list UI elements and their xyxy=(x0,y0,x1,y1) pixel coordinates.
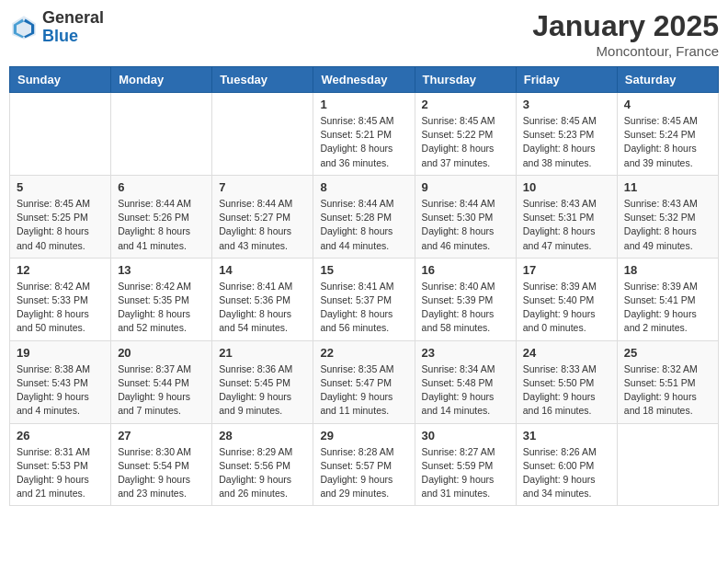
day-info: Sunrise: 8:36 AM Sunset: 5:45 PM Dayligh… xyxy=(219,362,306,419)
table-row xyxy=(111,93,212,176)
table-row: 25Sunrise: 8:32 AM Sunset: 5:51 PM Dayli… xyxy=(617,340,718,423)
day-number: 12 xyxy=(17,263,104,277)
day-info: Sunrise: 8:41 AM Sunset: 5:37 PM Dayligh… xyxy=(320,280,407,336)
day-info: Sunrise: 8:29 AM Sunset: 5:56 PM Dayligh… xyxy=(219,445,306,501)
day-info: Sunrise: 8:44 AM Sunset: 5:30 PM Dayligh… xyxy=(422,197,509,253)
calendar-week-row: 1Sunrise: 8:45 AM Sunset: 5:21 PM Daylig… xyxy=(10,93,719,176)
calendar-week-row: 5Sunrise: 8:45 AM Sunset: 5:25 PM Daylig… xyxy=(10,175,719,258)
table-row: 3Sunrise: 8:45 AM Sunset: 5:23 PM Daylig… xyxy=(516,93,617,176)
table-row: 21Sunrise: 8:36 AM Sunset: 5:45 PM Dayli… xyxy=(212,340,313,423)
day-number: 23 xyxy=(422,346,509,360)
day-info: Sunrise: 8:45 AM Sunset: 5:24 PM Dayligh… xyxy=(624,114,711,170)
header-saturday: Saturday xyxy=(617,67,718,93)
header-tuesday: Tuesday xyxy=(212,67,313,93)
table-row: 31Sunrise: 8:26 AM Sunset: 6:00 PM Dayli… xyxy=(516,423,617,506)
table-row: 4Sunrise: 8:45 AM Sunset: 5:24 PM Daylig… xyxy=(617,93,718,176)
page-header: General Blue January 2025 Moncontour, Fr… xyxy=(9,9,719,59)
day-info: Sunrise: 8:43 AM Sunset: 5:31 PM Dayligh… xyxy=(523,197,610,253)
logo: General Blue xyxy=(9,9,104,46)
table-row: 16Sunrise: 8:40 AM Sunset: 5:39 PM Dayli… xyxy=(415,258,516,340)
header-monday: Monday xyxy=(111,67,212,93)
table-row: 24Sunrise: 8:33 AM Sunset: 5:50 PM Dayli… xyxy=(516,340,617,423)
day-number: 28 xyxy=(219,429,306,442)
day-number: 25 xyxy=(624,346,711,360)
table-row: 20Sunrise: 8:37 AM Sunset: 5:44 PM Dayli… xyxy=(111,340,212,423)
day-info: Sunrise: 8:41 AM Sunset: 5:36 PM Dayligh… xyxy=(219,280,306,336)
logo-blue-text: Blue xyxy=(42,28,104,46)
table-row: 28Sunrise: 8:29 AM Sunset: 5:56 PM Dayli… xyxy=(212,423,313,506)
header-sunday: Sunday xyxy=(10,67,111,93)
month-title: January 2025 xyxy=(532,9,719,43)
day-number: 29 xyxy=(320,429,407,442)
day-number: 19 xyxy=(17,346,104,360)
calendar-table: Sunday Monday Tuesday Wednesday Thursday… xyxy=(9,66,719,506)
day-info: Sunrise: 8:45 AM Sunset: 5:23 PM Dayligh… xyxy=(523,114,610,170)
day-number: 30 xyxy=(422,429,509,442)
day-info: Sunrise: 8:38 AM Sunset: 5:43 PM Dayligh… xyxy=(17,362,104,419)
table-row: 5Sunrise: 8:45 AM Sunset: 5:25 PM Daylig… xyxy=(10,175,111,258)
day-number: 27 xyxy=(118,429,205,442)
day-number: 3 xyxy=(523,98,610,111)
day-number: 17 xyxy=(523,263,610,277)
table-row xyxy=(212,93,313,176)
table-row: 8Sunrise: 8:44 AM Sunset: 5:28 PM Daylig… xyxy=(313,175,415,258)
logo-icon xyxy=(9,13,39,42)
table-row: 18Sunrise: 8:39 AM Sunset: 5:41 PM Dayli… xyxy=(617,258,718,340)
table-row: 17Sunrise: 8:39 AM Sunset: 5:40 PM Dayli… xyxy=(516,258,617,340)
day-number: 9 xyxy=(422,180,509,194)
day-info: Sunrise: 8:35 AM Sunset: 5:47 PM Dayligh… xyxy=(320,362,407,419)
day-info: Sunrise: 8:44 AM Sunset: 5:27 PM Dayligh… xyxy=(219,197,306,253)
day-number: 2 xyxy=(422,98,509,111)
day-number: 6 xyxy=(118,180,205,194)
table-row: 22Sunrise: 8:35 AM Sunset: 5:47 PM Dayli… xyxy=(313,340,415,423)
day-number: 7 xyxy=(219,180,306,194)
calendar-week-row: 12Sunrise: 8:42 AM Sunset: 5:33 PM Dayli… xyxy=(10,258,719,340)
table-row: 26Sunrise: 8:31 AM Sunset: 5:53 PM Dayli… xyxy=(10,423,111,506)
location: Moncontour, France xyxy=(532,43,719,59)
day-info: Sunrise: 8:37 AM Sunset: 5:44 PM Dayligh… xyxy=(118,362,205,419)
day-info: Sunrise: 8:45 AM Sunset: 5:22 PM Dayligh… xyxy=(422,114,509,170)
day-number: 10 xyxy=(523,180,610,194)
day-number: 4 xyxy=(624,98,711,111)
day-number: 8 xyxy=(320,180,407,194)
day-number: 14 xyxy=(219,263,306,277)
logo-text: General Blue xyxy=(42,9,104,46)
table-row: 9Sunrise: 8:44 AM Sunset: 5:30 PM Daylig… xyxy=(415,175,516,258)
day-info: Sunrise: 8:39 AM Sunset: 5:40 PM Dayligh… xyxy=(523,280,610,336)
day-info: Sunrise: 8:28 AM Sunset: 5:57 PM Dayligh… xyxy=(320,445,407,501)
day-info: Sunrise: 8:33 AM Sunset: 5:50 PM Dayligh… xyxy=(523,362,610,419)
day-info: Sunrise: 8:44 AM Sunset: 5:28 PM Dayligh… xyxy=(320,197,407,253)
table-row: 10Sunrise: 8:43 AM Sunset: 5:31 PM Dayli… xyxy=(516,175,617,258)
day-info: Sunrise: 8:44 AM Sunset: 5:26 PM Dayligh… xyxy=(118,197,205,253)
day-number: 13 xyxy=(118,263,205,277)
header-thursday: Thursday xyxy=(415,67,516,93)
table-row: 12Sunrise: 8:42 AM Sunset: 5:33 PM Dayli… xyxy=(10,258,111,340)
logo-general-text: General xyxy=(42,9,104,28)
header-friday: Friday xyxy=(516,67,617,93)
table-row: 14Sunrise: 8:41 AM Sunset: 5:36 PM Dayli… xyxy=(212,258,313,340)
day-number: 1 xyxy=(320,98,407,111)
header-wednesday: Wednesday xyxy=(313,67,415,93)
day-number: 16 xyxy=(422,263,509,277)
day-info: Sunrise: 8:32 AM Sunset: 5:51 PM Dayligh… xyxy=(624,362,711,419)
table-row: 23Sunrise: 8:34 AM Sunset: 5:48 PM Dayli… xyxy=(415,340,516,423)
day-info: Sunrise: 8:39 AM Sunset: 5:41 PM Dayligh… xyxy=(624,280,711,336)
table-row xyxy=(10,93,111,176)
day-info: Sunrise: 8:43 AM Sunset: 5:32 PM Dayligh… xyxy=(624,197,711,253)
day-number: 5 xyxy=(17,180,104,194)
day-info: Sunrise: 8:40 AM Sunset: 5:39 PM Dayligh… xyxy=(422,280,509,336)
table-row: 29Sunrise: 8:28 AM Sunset: 5:57 PM Dayli… xyxy=(313,423,415,506)
day-info: Sunrise: 8:30 AM Sunset: 5:54 PM Dayligh… xyxy=(118,445,205,501)
day-number: 20 xyxy=(118,346,205,360)
day-info: Sunrise: 8:42 AM Sunset: 5:33 PM Dayligh… xyxy=(17,280,104,336)
day-info: Sunrise: 8:27 AM Sunset: 5:59 PM Dayligh… xyxy=(422,445,509,501)
day-number: 31 xyxy=(523,429,610,442)
day-info: Sunrise: 8:26 AM Sunset: 6:00 PM Dayligh… xyxy=(523,445,610,501)
day-number: 22 xyxy=(320,346,407,360)
day-number: 15 xyxy=(320,263,407,277)
calendar-week-row: 26Sunrise: 8:31 AM Sunset: 5:53 PM Dayli… xyxy=(10,423,719,506)
calendar-header-row: Sunday Monday Tuesday Wednesday Thursday… xyxy=(10,67,719,93)
table-row: 27Sunrise: 8:30 AM Sunset: 5:54 PM Dayli… xyxy=(111,423,212,506)
day-info: Sunrise: 8:42 AM Sunset: 5:35 PM Dayligh… xyxy=(118,280,205,336)
table-row: 30Sunrise: 8:27 AM Sunset: 5:59 PM Dayli… xyxy=(415,423,516,506)
